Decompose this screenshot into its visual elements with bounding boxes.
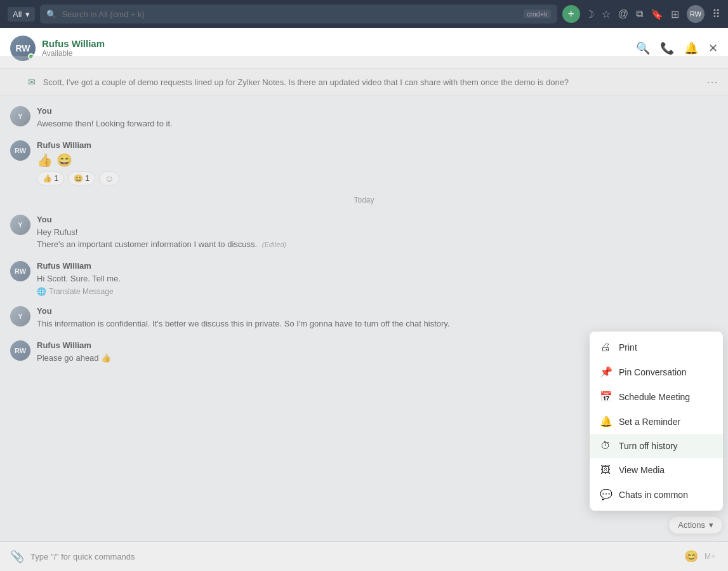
notification-bar: ✉ Scott, I've got a couple of demo reque… — [0, 69, 728, 96]
online-indicator — [28, 53, 34, 60]
at-icon[interactable]: @ — [618, 8, 628, 20]
moon-icon[interactable]: ☽ — [585, 8, 594, 20]
menu-label-reminder: Set a Reminder — [619, 417, 680, 427]
message-group: Y You This information is confidential. … — [10, 306, 718, 330]
message-subtext: There's an important customer informatio… — [37, 238, 718, 251]
message-text: This information is confidential. It's b… — [37, 318, 718, 330]
apps-icon[interactable]: ⠿ — [712, 7, 720, 21]
notification-text: Scott, I've got a couple of demo request… — [43, 77, 569, 87]
nav-dropdown[interactable]: All ▾ — [8, 7, 35, 22]
message-emojis: 👍 😄 — [37, 152, 718, 168]
calendar-icon: 📅 — [600, 391, 611, 403]
email-icon: ✉ — [28, 77, 36, 87]
chat-input-area: 📎 😊 M+ — [0, 541, 728, 571]
top-nav: All ▾ 🔍 cmd+k + ☽ ☆ @ ⧉ 🔖 ⊞ RW ⠿ — [0, 0, 728, 28]
message-sender: You — [37, 215, 718, 224]
actions-button[interactable]: Actions ▾ — [668, 516, 723, 534]
reaction-thumbsup[interactable]: 👍 1 — [37, 171, 64, 185]
reminder-icon: 🔔 — [600, 415, 611, 427]
avatar[interactable]: RW — [687, 5, 705, 23]
message-content: You Awesome then! Looking forward to it. — [37, 106, 718, 130]
print-icon: 🖨 — [600, 342, 611, 353]
message-group: Y You Awesome then! Looking forward to i… — [10, 106, 718, 130]
translate-icon: 🌐 — [37, 287, 46, 296]
edited-label: (Edited) — [262, 241, 287, 248]
sender-avatar: RW — [10, 340, 30, 361]
message-content: Rufus William Hi Scott. Sure. Tell me. 🌐… — [37, 261, 718, 297]
bookmark-icon[interactable]: 🔖 — [651, 8, 663, 20]
close-button[interactable]: ✕ — [708, 41, 718, 55]
message-input[interactable] — [30, 552, 678, 561]
emoji-icon[interactable]: 😊 — [684, 549, 698, 563]
message-content: You Hey Rufus! There's an important cust… — [37, 215, 718, 251]
menu-item-pin[interactable]: 📌 Pin Conversation — [590, 359, 723, 384]
menu-label-chats: Chats in common — [619, 490, 688, 500]
menu-item-history[interactable]: ⏱ Turn off history — [590, 434, 723, 458]
menu-label-history: Turn off history — [619, 441, 678, 451]
message-text: Awesome then! Looking forward to it. — [37, 118, 718, 130]
grid-icon[interactable]: ⊞ — [671, 8, 679, 20]
add-reaction-button[interactable]: ☺ — [99, 171, 119, 185]
message-sender: Rufus William — [37, 140, 718, 150]
message-content: You This information is confidential. It… — [37, 306, 718, 330]
menu-item-chats[interactable]: 💬 Chats in common — [590, 482, 723, 507]
menu-label-media: View Media — [619, 465, 665, 475]
layers-icon[interactable]: ⧉ — [636, 8, 643, 20]
menu-label-pin: Pin Conversation — [619, 367, 687, 377]
nav-search-bar: 🔍 cmd+k — [40, 4, 557, 24]
message-sender: You — [37, 306, 718, 316]
message-content: Rufus William 👍 😄 👍 1 😄 1 ☺ — [37, 140, 718, 185]
media-icon: 🖼 — [600, 464, 611, 476]
reaction-grin[interactable]: 😄 1 — [68, 171, 95, 185]
header-actions: 🔍 📞 🔔 ✕ — [636, 41, 718, 55]
message-group: RW Rufus William Hi Scott. Sure. Tell me… — [10, 261, 718, 297]
format-icon[interactable]: M+ — [705, 552, 715, 561]
sender-avatar: Y — [10, 215, 30, 235]
pin-icon: 📌 — [600, 366, 611, 378]
chevron-down-icon: ▾ — [709, 520, 713, 530]
menu-item-reminder[interactable]: 🔔 Set a Reminder — [590, 409, 723, 434]
sender-avatar: RW — [10, 140, 30, 161]
actions-label: Actions — [678, 520, 705, 530]
chats-icon: 💬 — [600, 488, 611, 500]
search-button[interactable]: 🔍 — [636, 41, 650, 55]
menu-label-print: Print — [619, 342, 637, 353]
shortcut-badge: cmd+k — [524, 10, 551, 18]
history-icon: ⏱ — [600, 440, 611, 452]
chat-header: RW Rufus William Available 🔍 📞 🔔 ✕ — [0, 28, 728, 69]
dropdown-label: All — [13, 10, 22, 19]
reactions: 👍 1 😄 1 ☺ — [37, 171, 718, 185]
more-options-button[interactable]: ⋯ — [706, 75, 718, 89]
contact-info: Rufus William Available — [42, 38, 636, 58]
menu-item-print[interactable]: 🖨 Print — [590, 335, 723, 359]
sender-avatar: Y — [10, 306, 30, 326]
message-text: Hi Scott. Sure. Tell me. — [37, 272, 718, 285]
date-divider: Today — [10, 196, 718, 205]
menu-label-schedule: Schedule Meeting — [619, 392, 690, 402]
translate-link[interactable]: 🌐 Translate Message — [37, 287, 718, 296]
main-layout: RW Rufus William Available 🔍 📞 🔔 ✕ ✉ Sco… — [0, 28, 728, 571]
message-sender: You — [37, 106, 718, 116]
message-text: Hey Rufus! — [37, 226, 718, 239]
star-icon[interactable]: ☆ — [602, 8, 611, 20]
attach-icon[interactable]: 📎 — [10, 549, 24, 563]
chevron-down-icon: ▾ — [25, 10, 30, 19]
message-group: RW Rufus William 👍 😄 👍 1 😄 1 ☺ — [10, 140, 718, 185]
call-button[interactable]: 📞 — [660, 41, 674, 55]
search-input[interactable] — [62, 10, 519, 19]
contact-status: Available — [42, 49, 636, 58]
context-menu: 🖨 Print 📌 Pin Conversation 📅 Schedule Me… — [590, 332, 723, 511]
message-sender: Rufus William — [37, 261, 718, 271]
menu-item-media[interactable]: 🖼 View Media — [590, 458, 723, 482]
sender-avatar: RW — [10, 261, 30, 281]
translate-label: Translate Message — [49, 287, 114, 296]
message-group: Y You Hey Rufus! There's an important cu… — [10, 215, 718, 251]
menu-item-schedule[interactable]: 📅 Schedule Meeting — [590, 384, 723, 409]
nav-icons: ☽ ☆ @ ⧉ 🔖 ⊞ RW ⠿ — [585, 5, 720, 23]
sender-avatar: Y — [10, 106, 30, 126]
notifications-button[interactable]: 🔔 — [684, 41, 698, 55]
contact-avatar: RW — [10, 36, 36, 61]
contact-name: Rufus William — [42, 38, 636, 49]
new-button[interactable]: + — [562, 5, 580, 23]
search-icon: 🔍 — [46, 10, 56, 19]
